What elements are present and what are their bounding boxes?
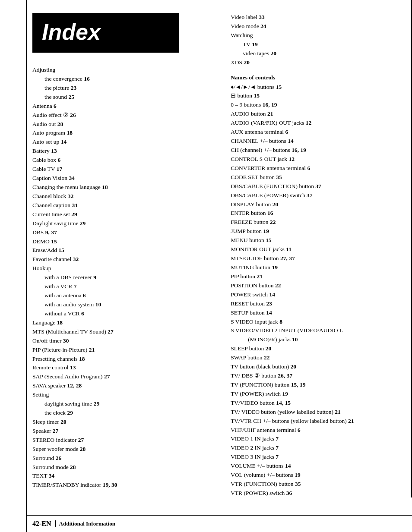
list-item: VIDEO 1 IN jacks 7	[231, 434, 403, 444]
list-item: VTR (POWER) switch 36	[231, 489, 403, 498]
list-item: POWER switch 14	[231, 290, 403, 299]
list-item: Erase/Add 15	[32, 246, 218, 255]
list-item: DBS 9, 37	[32, 228, 218, 237]
list-item: Speaker 27	[32, 427, 218, 436]
list-item: with a VCR 7	[32, 282, 218, 291]
list-item: JUMP button 19	[231, 227, 403, 236]
list-item: MTS/GUIDE button 27, 37	[231, 254, 403, 263]
list-item: TV/VIDEO button 14, 15	[231, 399, 403, 408]
list-item: RESET button 23	[231, 299, 403, 308]
list-item: TV/ VIDEO button (yellow labelled button…	[231, 408, 403, 417]
list-item: Channel caption 31	[32, 201, 218, 210]
right-column: Video label 33 Video mode 24 Watching TV…	[226, 13, 403, 519]
list-item: with an antenna 6	[32, 291, 218, 300]
list-item: DBS/CABLE (POWER) switch 37	[231, 191, 403, 200]
list-item: ♦/◄/►/◄ buttons 15	[231, 83, 403, 92]
list-item: CONTROL S OUT jack 12	[231, 155, 403, 164]
list-item: TV (POWER) switch 19	[231, 390, 403, 399]
list-item: Battery 13	[32, 147, 218, 156]
list-item: daylight saving time 29	[32, 400, 218, 409]
list-item: VOLUME +/– buttons 14	[231, 462, 403, 471]
list-item: TV/ DBS ② button 26, 37	[231, 371, 403, 381]
index-title: Index	[42, 19, 101, 44]
list-item: the picture 23	[32, 84, 218, 93]
list-item: video tapes 20	[231, 49, 403, 58]
list-item: Favorite channel 32	[32, 255, 218, 264]
index-title-box: Index	[32, 13, 179, 53]
list-item: TEXT 34	[32, 472, 218, 481]
list-item: Adjusting	[32, 66, 218, 75]
right-top-entries: Video label 33 Video mode 24 Watching TV…	[231, 13, 403, 67]
list-item: SAVA speaker 12, 28	[32, 381, 218, 390]
list-item: Surround mode 28	[32, 463, 218, 472]
list-item: Auto set up 14	[32, 138, 218, 147]
list-item: TV (FUNCTION) button 15, 19	[231, 381, 403, 390]
list-item: Remote control 13	[32, 363, 218, 372]
list-item: DBS/CABLE (FUNCTION) button 37	[231, 182, 403, 191]
list-item: MTS (Multichannel TV Sound) 27	[32, 327, 218, 337]
list-item: the clock 29	[32, 409, 218, 418]
list-item: TV 19	[231, 40, 403, 49]
list-item: the convergence 16	[32, 75, 218, 84]
list-item: SLEEP button 20	[231, 344, 403, 353]
list-item: VIDEO 2 IN jacks 7	[231, 444, 403, 453]
list-item: S VIDEO input jack 8	[231, 318, 403, 327]
list-item: Setting	[32, 390, 218, 400]
page-container: Index Adjusting the convergence 16 the p…	[0, 0, 412, 532]
list-item: Cable box 6	[32, 156, 218, 165]
list-item: Surround 26	[32, 454, 218, 463]
list-item: TV/VTR CH +/– buttons (yellow labelled b…	[231, 417, 403, 426]
list-item: Current time set 29	[32, 210, 218, 219]
list-item: MUTING button 19	[231, 263, 403, 272]
list-item: without a VCR 6	[32, 309, 218, 318]
list-item: PIP button 21	[231, 272, 403, 281]
list-item: Watching	[231, 31, 403, 40]
list-item: AUX antenna terminal 6	[231, 128, 403, 137]
list-item: S VIDEO/VIDEO 2 INPUT (VIDEO/AUDIO L	[231, 326, 403, 335]
list-item: CH (channel) +/– buttons 16, 19	[231, 146, 403, 155]
list-item: Channel block 32	[32, 192, 218, 201]
list-item: FREEZE button 22	[231, 218, 403, 227]
list-item: VOL (volume) +/– buttons 19	[231, 471, 403, 480]
list-item: AUDIO (VAR/FIX) OUT jacks 12	[231, 119, 403, 128]
list-item: with a DBS receiver 9	[32, 273, 218, 282]
list-item: Changing the menu language 18	[32, 183, 218, 192]
list-item: POSITION button 22	[231, 281, 403, 290]
list-item: DISPLAY button 20	[231, 200, 403, 209]
list-item: CODE SET button 35	[231, 173, 403, 182]
list-item: MONITOR OUT jacks 11	[231, 245, 403, 254]
list-item: ENTER button 16	[231, 209, 403, 218]
left-index-entries: Adjusting the convergence 16 the picture…	[32, 66, 218, 490]
additional-information-label: Additional Information	[55, 520, 115, 527]
list-item: Cable TV 17	[32, 165, 218, 174]
list-item: Video mode 24	[231, 22, 403, 31]
list-item: Auto program 18	[32, 129, 218, 138]
list-item: ⊟ button 15	[231, 91, 403, 101]
list-item: 0 – 9 buttons 16, 19	[231, 101, 403, 110]
list-item: Sleep timer 20	[32, 418, 218, 427]
list-item: Hookup	[32, 264, 218, 273]
list-item: Daylight savig time 29	[32, 219, 218, 228]
section-header: Names of controls	[231, 74, 403, 81]
list-item: XDS 20	[231, 58, 403, 67]
list-item: SWAP button 22	[231, 353, 403, 362]
list-item: the sound 25	[32, 93, 218, 102]
list-item: CONVERTER antenna terminal 6	[231, 164, 403, 173]
list-item: Video label 33	[231, 13, 403, 22]
list-item: with an audio system 10	[32, 300, 218, 309]
list-item: Caption Vision 34	[32, 174, 218, 183]
list-item: TIMER/STANDBY indicator 19, 30	[32, 481, 218, 490]
list-item: SETUP button 14	[231, 308, 403, 318]
left-column: Index Adjusting the convergence 16 the p…	[32, 13, 226, 519]
left-border	[26, 0, 27, 532]
list-item: Audio out 28	[32, 120, 218, 129]
page-number: 42-EN	[32, 520, 51, 528]
list-item: Language 18	[32, 318, 218, 327]
list-item: Presetting channels 18	[32, 355, 218, 364]
list-item: STEREO indicator 27	[32, 436, 218, 445]
list-item: SAP (Second Audio Program) 27	[32, 372, 218, 381]
list-item: PIP (Picture-in-Picture) 21	[32, 346, 218, 355]
content-area: Index Adjusting the convergence 16 the p…	[0, 0, 412, 532]
list-item: Audio effect ② 26	[32, 111, 218, 120]
list-item: VHF/UHF antenna terminal 6	[231, 426, 403, 435]
